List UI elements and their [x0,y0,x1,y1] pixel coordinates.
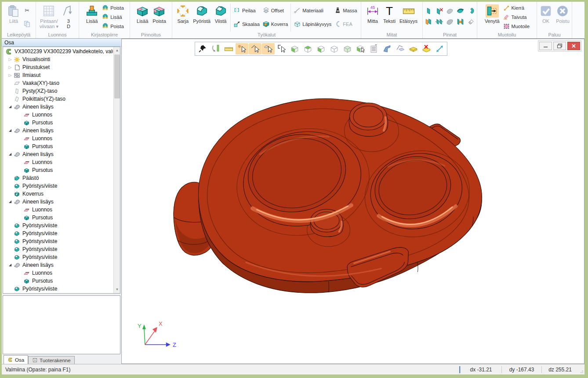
chamfer-button[interactable]: Viistä [213,4,229,25]
tree-item[interactable]: Pyöristys/viiste [3,285,113,293]
tree-item[interactable]: Pursotus [3,166,113,174]
restore-button[interactable] [553,42,566,50]
distance-button[interactable]: Etäisyys [398,4,419,25]
expander-expanded[interactable]: ◢ [7,127,14,134]
viewport-tool-cube-pick[interactable] [354,43,367,55]
tree-item[interactable]: Pyöristys/viiste [3,237,113,245]
cut-button[interactable]: ✂ [22,6,32,15]
scale-button[interactable]: Skaalaa [232,20,261,28]
viewport-tool-cube-solid[interactable] [341,43,354,55]
tree-item[interactable]: Koverrus [3,190,113,198]
scroll-thumb[interactable] [114,55,120,98]
tree-item[interactable]: Pyöristys/viiste [3,245,113,253]
offset-button[interactable]: Offset [261,6,289,15]
tree-item[interactable]: Luonnos [3,158,113,166]
3d-viewport[interactable]: Y X Z [121,39,584,364]
surface-join-button[interactable] [434,17,444,27]
viewport-tool-cube-shaded[interactable] [288,43,301,55]
viewport-tool-work-plane[interactable] [394,43,407,55]
sketch-on-surface-button[interactable]: Pintaan/viivaan ▾ [38,4,60,30]
viewport-tool-select-face[interactable] [262,43,275,55]
hollow-button[interactable]: Koverra [261,20,289,28]
viewport-tool-section-box[interactable] [407,43,420,55]
ok-button[interactable]: OK [538,4,554,25]
fea-button[interactable]: FEA [333,20,358,28]
tree-item[interactable]: Luonnos [3,206,113,214]
surface-erase-button[interactable] [466,17,476,27]
mirror-button[interactable]: Peilaa [232,6,261,15]
pattern-button[interactable]: Sarja [175,4,191,25]
viewport-tool-cube-wire[interactable] [328,43,341,55]
scroll-down-button[interactable]: ▼ [114,286,120,293]
surface-bend-button[interactable] [466,6,476,16]
viewport-tool-select-edge[interactable] [249,43,261,55]
surface-delete-button[interactable] [434,6,444,16]
expander-collapsed[interactable]: ▷ [7,71,14,79]
surface-new-button[interactable] [424,6,434,16]
viewport-tool-select-vertex[interactable] [236,43,248,55]
mass-button[interactable]: 10Massa [333,6,358,15]
expander-expanded[interactable]: ◢ [7,261,14,269]
surface-patch-button[interactable] [445,6,455,16]
dimension-button[interactable]: 45 Mitta [365,4,381,25]
scroll-up-button[interactable]: ▲ [114,47,120,54]
tree-item[interactable]: Pursotus [3,277,113,285]
tree-item[interactable]: ▷Visualisointi [3,55,113,63]
library-add-button[interactable]: Lisää [101,13,125,21]
tree-item[interactable]: Pyöristys/viiste [3,229,113,237]
form-button[interactable]: Muotoile [502,22,531,30]
library-remove2-button[interactable]: Poista [101,22,125,30]
tree-item[interactable]: Pursotus [3,119,113,127]
expander-expanded[interactable]: ◢ [7,198,14,206]
expander-collapsed[interactable]: ▷ [7,55,14,63]
bend-button[interactable]: Taivuta [502,13,531,21]
viewport-tool-view-return[interactable] [209,43,222,55]
surface-frame-button[interactable] [455,17,465,27]
tree-item[interactable]: Vaaka(XY)-taso [3,79,113,87]
viewport-tool-select-feature[interactable] [275,43,288,55]
paste-button[interactable]: Liitä [6,4,22,25]
tree-item[interactable]: ▷Piirustukset [3,63,113,71]
tree-item[interactable]: ▷Ilmiasut [3,71,113,79]
tree-item[interactable]: ◢Aineen lisäys [3,261,113,269]
twist-button[interactable]: Kierrä [502,4,531,12]
surface-trim-button[interactable] [455,6,465,16]
tree-item[interactable]: Luonnos [3,111,113,119]
viewport-tool-measure[interactable] [222,43,235,55]
close-button[interactable] [567,42,580,50]
viewport-tool-fit-view[interactable] [433,43,446,55]
tree-scrollbar[interactable]: ▲ ▼ [113,47,120,293]
exit-button[interactable]: Poistu [555,4,571,25]
face-remove-button[interactable]: Poista [151,4,167,25]
resize-grip[interactable] [578,364,584,374]
face-add-button[interactable]: Lisää [134,4,150,25]
tab-osa[interactable]: Osa [4,355,28,364]
text-button[interactable]: T Teksti [381,4,397,25]
tree-item[interactable]: Pysty(XZ)-taso [3,87,113,95]
tree-item[interactable]: Luonnos [3,269,113,277]
tree-item[interactable]: Päästö [3,174,113,182]
surface-extend-button[interactable] [445,17,455,27]
tree-item[interactable]: Poikittais(YZ)-taso [3,95,113,103]
library-remove-button[interactable]: Poista [101,4,125,12]
minimize-button[interactable] [539,42,552,50]
tree-item[interactable]: Pyöristys/viiste [3,182,113,190]
transparency-button[interactable]: Läpinäkyvyys [293,20,332,28]
fillet-button[interactable]: Pyöristä [192,4,212,25]
viewport-tool-display-list[interactable] [367,43,380,55]
viewport-tool-pin[interactable] [196,43,209,55]
viewport-tool-section-off[interactable] [420,43,433,55]
tab-tuoterakenne[interactable]: i Tuoterakenne [28,356,75,364]
tree-item[interactable]: VX3002239 VX3002239 Vaihdekotelo, valu [3,47,113,55]
viewport-tool-cube-side[interactable] [315,43,327,55]
expander-expanded[interactable]: ◢ [7,150,14,158]
viewport-tool-cube-top[interactable] [301,43,314,55]
material-button[interactable]: Materiaali [293,6,332,15]
model-canvas[interactable]: Y X Z [122,39,584,363]
tree-item[interactable]: Pursotus [3,142,113,150]
copy-button[interactable] [22,20,32,28]
tree-item[interactable]: ◢Aineen lisäys [3,198,113,206]
tree-item[interactable]: ◢Aineen lisäys [3,150,113,158]
tree-item[interactable]: ◢Aineen lisäys [3,103,113,111]
expander-expanded[interactable]: ◢ [7,103,14,111]
